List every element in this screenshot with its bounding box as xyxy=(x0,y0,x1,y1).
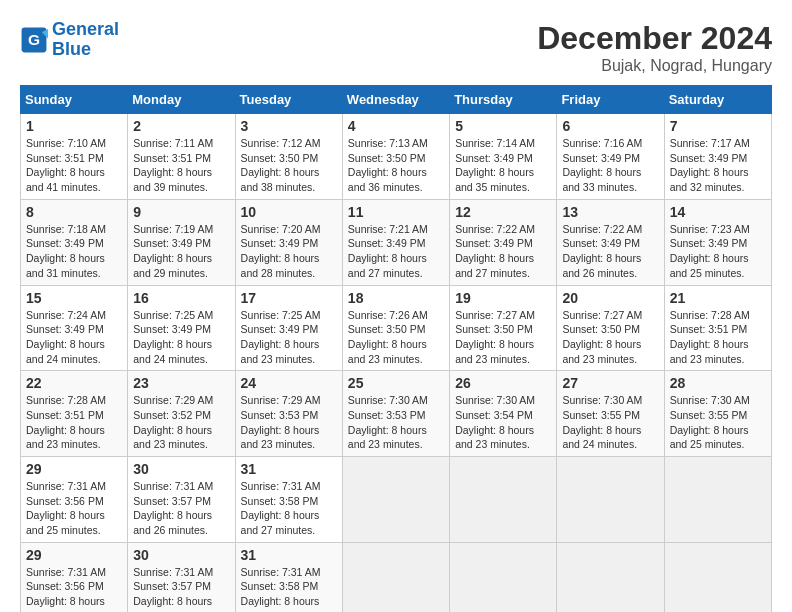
logo: G General Blue xyxy=(20,20,119,60)
table-row: 25 Sunrise: 7:30 AM Sunset: 3:53 PM Dayl… xyxy=(342,371,449,457)
table-row: 1 Sunrise: 7:10 AM Sunset: 3:51 PM Dayli… xyxy=(21,114,128,200)
page-header: G General Blue December 2024 Bujak, Nogr… xyxy=(20,20,772,75)
calendar-week-4: 22 Sunrise: 7:28 AM Sunset: 3:51 PM Dayl… xyxy=(21,371,772,457)
table-row: 16 Sunrise: 7:25 AM Sunset: 3:49 PM Dayl… xyxy=(128,285,235,371)
table-row: 15 Sunrise: 7:24 AM Sunset: 3:49 PM Dayl… xyxy=(21,285,128,371)
calendar-week-3: 15 Sunrise: 7:24 AM Sunset: 3:49 PM Dayl… xyxy=(21,285,772,371)
table-row xyxy=(557,542,664,612)
header-saturday: Saturday xyxy=(664,86,771,114)
table-row: 19 Sunrise: 7:27 AM Sunset: 3:50 PM Dayl… xyxy=(450,285,557,371)
calendar-week-6: 29 Sunrise: 7:31 AM Sunset: 3:56 PM Dayl… xyxy=(21,542,772,612)
logo-blue: Blue xyxy=(52,39,91,59)
table-row: 23 Sunrise: 7:29 AM Sunset: 3:52 PM Dayl… xyxy=(128,371,235,457)
table-row: 11 Sunrise: 7:21 AM Sunset: 3:49 PM Dayl… xyxy=(342,199,449,285)
table-row xyxy=(664,542,771,612)
table-row: 17 Sunrise: 7:25 AM Sunset: 3:49 PM Dayl… xyxy=(235,285,342,371)
calendar-week-2: 8 Sunrise: 7:18 AM Sunset: 3:49 PM Dayli… xyxy=(21,199,772,285)
table-row xyxy=(557,457,664,543)
table-row: 7 Sunrise: 7:17 AM Sunset: 3:49 PM Dayli… xyxy=(664,114,771,200)
table-row xyxy=(342,457,449,543)
table-row: 26 Sunrise: 7:30 AM Sunset: 3:54 PM Dayl… xyxy=(450,371,557,457)
svg-text:G: G xyxy=(28,30,40,47)
table-row: 28 Sunrise: 7:30 AM Sunset: 3:55 PM Dayl… xyxy=(664,371,771,457)
calendar-week-1: 1 Sunrise: 7:10 AM Sunset: 3:51 PM Dayli… xyxy=(21,114,772,200)
header-tuesday: Tuesday xyxy=(235,86,342,114)
table-row: 18 Sunrise: 7:26 AM Sunset: 3:50 PM Dayl… xyxy=(342,285,449,371)
table-row: 21 Sunrise: 7:28 AM Sunset: 3:51 PM Dayl… xyxy=(664,285,771,371)
table-row xyxy=(664,457,771,543)
header-monday: Monday xyxy=(128,86,235,114)
table-row: 24 Sunrise: 7:29 AM Sunset: 3:53 PM Dayl… xyxy=(235,371,342,457)
header-wednesday: Wednesday xyxy=(342,86,449,114)
table-row: 10 Sunrise: 7:20 AM Sunset: 3:49 PM Dayl… xyxy=(235,199,342,285)
table-row: 12 Sunrise: 7:22 AM Sunset: 3:49 PM Dayl… xyxy=(450,199,557,285)
logo-general: General xyxy=(52,19,119,39)
table-row: 2 Sunrise: 7:11 AM Sunset: 3:51 PM Dayli… xyxy=(128,114,235,200)
table-row: 22 Sunrise: 7:28 AM Sunset: 3:51 PM Dayl… xyxy=(21,371,128,457)
table-row: 8 Sunrise: 7:18 AM Sunset: 3:49 PM Dayli… xyxy=(21,199,128,285)
month-year-title: December 2024 xyxy=(537,20,772,57)
table-row: 3 Sunrise: 7:12 AM Sunset: 3:50 PM Dayli… xyxy=(235,114,342,200)
table-row xyxy=(450,457,557,543)
table-row: 29 Sunrise: 7:31 AM Sunset: 3:56 PM Dayl… xyxy=(21,542,128,612)
title-block: December 2024 Bujak, Nograd, Hungary xyxy=(537,20,772,75)
table-row: 29 Sunrise: 7:31 AM Sunset: 3:56 PM Dayl… xyxy=(21,457,128,543)
table-row xyxy=(450,542,557,612)
days-header-row: Sunday Monday Tuesday Wednesday Thursday… xyxy=(21,86,772,114)
table-row: 20 Sunrise: 7:27 AM Sunset: 3:50 PM Dayl… xyxy=(557,285,664,371)
header-thursday: Thursday xyxy=(450,86,557,114)
table-row: 14 Sunrise: 7:23 AM Sunset: 3:49 PM Dayl… xyxy=(664,199,771,285)
header-friday: Friday xyxy=(557,86,664,114)
table-row: 30 Sunrise: 7:31 AM Sunset: 3:57 PM Dayl… xyxy=(128,542,235,612)
table-row: 27 Sunrise: 7:30 AM Sunset: 3:55 PM Dayl… xyxy=(557,371,664,457)
table-row: 31 Sunrise: 7:31 AM Sunset: 3:58 PM Dayl… xyxy=(235,542,342,612)
calendar-table: Sunday Monday Tuesday Wednesday Thursday… xyxy=(20,85,772,612)
logo-icon: G xyxy=(20,26,48,54)
table-row: 30 Sunrise: 7:31 AM Sunset: 3:57 PM Dayl… xyxy=(128,457,235,543)
table-row: 9 Sunrise: 7:19 AM Sunset: 3:49 PM Dayli… xyxy=(128,199,235,285)
table-row: 5 Sunrise: 7:14 AM Sunset: 3:49 PM Dayli… xyxy=(450,114,557,200)
calendar-week-5: 29 Sunrise: 7:31 AM Sunset: 3:56 PM Dayl… xyxy=(21,457,772,543)
table-row: 4 Sunrise: 7:13 AM Sunset: 3:50 PM Dayli… xyxy=(342,114,449,200)
table-row: 6 Sunrise: 7:16 AM Sunset: 3:49 PM Dayli… xyxy=(557,114,664,200)
table-row: 31 Sunrise: 7:31 AM Sunset: 3:58 PM Dayl… xyxy=(235,457,342,543)
table-row xyxy=(342,542,449,612)
location-subtitle: Bujak, Nograd, Hungary xyxy=(537,57,772,75)
header-sunday: Sunday xyxy=(21,86,128,114)
table-row: 13 Sunrise: 7:22 AM Sunset: 3:49 PM Dayl… xyxy=(557,199,664,285)
